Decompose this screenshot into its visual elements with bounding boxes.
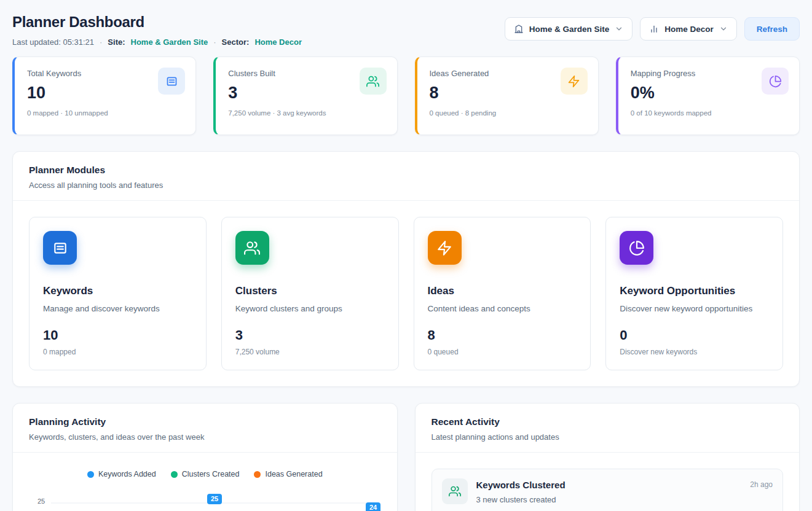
site-selector-label: Home & Garden Site — [529, 25, 610, 34]
module-detail: 0 mapped — [43, 348, 192, 356]
separator-dot: · — [213, 37, 216, 47]
chevron-down-icon — [615, 25, 623, 33]
activity-texts: Keywords Clustered 3 new clusters create… — [476, 478, 742, 504]
modules-grid: Keywords Manage and discover keywords 10… — [13, 201, 799, 386]
site-selector-dropdown[interactable]: Home & Garden Site — [505, 17, 633, 41]
stat-detail: 7,250 volume · 3 avg keywords — [228, 109, 384, 117]
data-point-label: 25 — [207, 494, 222, 504]
panel-header: Planner Modules Access all planning tool… — [13, 152, 799, 201]
legend-item-keywords-added: Keywords Added — [87, 470, 156, 478]
stat-detail: 0 queued · 8 pending — [430, 109, 586, 117]
panel-subtitle: Access all planning tools and features — [29, 181, 783, 190]
module-title: Keyword Opportunities — [620, 285, 769, 297]
module-value: 3 — [235, 327, 385, 343]
activity-area-chart: 25 25 24 — [29, 487, 381, 511]
stat-card-clusters-built: Clusters Built 3 7,250 volume · 3 avg ke… — [213, 57, 397, 135]
legend-dot-icon — [171, 471, 178, 478]
module-value: 8 — [428, 327, 577, 343]
module-detail: 0 queued — [428, 348, 577, 356]
recent-activity-body: Keywords Clustered 3 new clusters create… — [416, 453, 800, 511]
chevron-down-icon — [719, 25, 728, 33]
module-card-clusters[interactable]: Clusters Keyword clusters and groups 3 7… — [221, 217, 399, 370]
legend-item-ideas-generated: Ideas Generated — [254, 470, 322, 478]
data-point-label: 24 — [366, 502, 380, 511]
legend-label: Ideas Generated — [265, 470, 322, 478]
building-icon — [514, 24, 524, 34]
bar-chart-icon — [649, 24, 659, 34]
stat-detail: 0 of 10 keywords mapped — [631, 109, 787, 117]
users-icon — [360, 68, 387, 95]
module-description: Manage and discover keywords — [43, 304, 192, 313]
activity-title: Keywords Clustered — [476, 480, 742, 490]
module-value: 0 — [620, 327, 769, 343]
bolt-icon — [561, 68, 588, 95]
stat-card-ideas-generated: Ideas Generated 8 0 queued · 8 pending — [415, 57, 599, 135]
stat-card-mapping-progress: Mapping Progress 0% 0 of 10 keywords map… — [616, 57, 800, 135]
module-description: Content ideas and concepts — [428, 304, 577, 313]
panel-header: Recent Activity Latest planning actions … — [416, 404, 800, 453]
sector-selector-label: Home Decor — [664, 25, 714, 34]
module-card-ideas[interactable]: Ideas Content ideas and concepts 8 0 que… — [414, 217, 591, 370]
page-title: Planner Dashboard — [12, 14, 302, 31]
sector-link[interactable]: Home Decor — [254, 37, 302, 47]
legend-item-clusters-created: Clusters Created — [171, 470, 240, 478]
panel-subtitle: Keywords, clusters, and ideas over the p… — [29, 432, 381, 442]
panel-header: Planning Activity Keywords, clusters, an… — [13, 404, 397, 453]
module-detail: Discover new keywords — [620, 348, 769, 356]
activity-timestamp: 2h ago — [750, 480, 773, 489]
sector-label: Sector: — [222, 37, 250, 47]
module-value: 10 — [43, 327, 192, 343]
activity-item-keywords-clustered: Keywords Clustered 3 new clusters create… — [432, 469, 784, 511]
legend-dot-icon — [254, 471, 261, 478]
bolt-icon — [428, 231, 462, 265]
module-card-keywords[interactable]: Keywords Manage and discover keywords 10… — [29, 217, 207, 370]
module-title: Clusters — [235, 285, 385, 297]
module-card-keyword-opportunities[interactable]: Keyword Opportunities Discover new keywo… — [605, 217, 783, 370]
users-icon — [235, 231, 269, 265]
module-title: Ideas — [428, 285, 577, 297]
stat-detail: 0 mapped · 10 unmapped — [27, 109, 183, 117]
document-icon — [158, 68, 185, 95]
module-description: Discover new keyword opportunities — [620, 304, 769, 313]
planner-modules-panel: Planner Modules Access all planning tool… — [12, 151, 800, 387]
site-link[interactable]: Home & Garden Site — [131, 37, 208, 47]
stats-row: Total Keywords 10 0 mapped · 10 unmapped… — [12, 57, 800, 135]
panel-title: Recent Activity — [432, 416, 784, 427]
module-title: Keywords — [43, 285, 192, 297]
separator-dot: · — [100, 37, 102, 47]
recent-activity-panel: Recent Activity Latest planning actions … — [415, 403, 800, 511]
activity-description: 3 new clusters created — [476, 495, 742, 504]
stat-card-total-keywords: Total Keywords 10 0 mapped · 10 unmapped — [12, 57, 196, 135]
chart-legend: Keywords Added Clusters Created Ideas Ge… — [29, 469, 381, 478]
panel-subtitle: Latest planning actions and updates — [432, 432, 784, 442]
header: Planner Dashboard Last updated: 05:31:21… — [12, 14, 800, 47]
planning-activity-panel: Planning Activity Keywords, clusters, an… — [12, 403, 398, 511]
header-controls: Home & Garden Site Home Decor Refresh — [505, 17, 800, 41]
users-icon — [442, 478, 468, 504]
bottom-row: Planning Activity Keywords, clusters, an… — [12, 387, 800, 511]
module-detail: 7,250 volume — [235, 348, 385, 356]
y-axis-tick: 25 — [37, 497, 45, 505]
pie-chart-icon — [762, 68, 789, 95]
panel-title: Planning Activity — [29, 416, 381, 427]
legend-dot-icon — [87, 471, 94, 478]
panel-title: Planner Modules — [29, 165, 783, 176]
legend-label: Clusters Created — [182, 470, 240, 478]
planning-activity-body: Keywords Added Clusters Created Ideas Ge… — [13, 453, 397, 511]
refresh-button[interactable]: Refresh — [744, 17, 800, 41]
document-icon — [43, 231, 77, 265]
last-updated: Last updated: 05:31:21 — [12, 37, 94, 47]
meta-line: Last updated: 05:31:21 · Site: Home & Ga… — [12, 37, 302, 47]
legend-label: Keywords Added — [98, 470, 156, 478]
sector-selector-dropdown[interactable]: Home Decor — [640, 17, 737, 41]
site-label: Site: — [108, 37, 125, 47]
module-description: Keyword clusters and groups — [235, 304, 385, 313]
pie-chart-icon — [620, 231, 653, 265]
